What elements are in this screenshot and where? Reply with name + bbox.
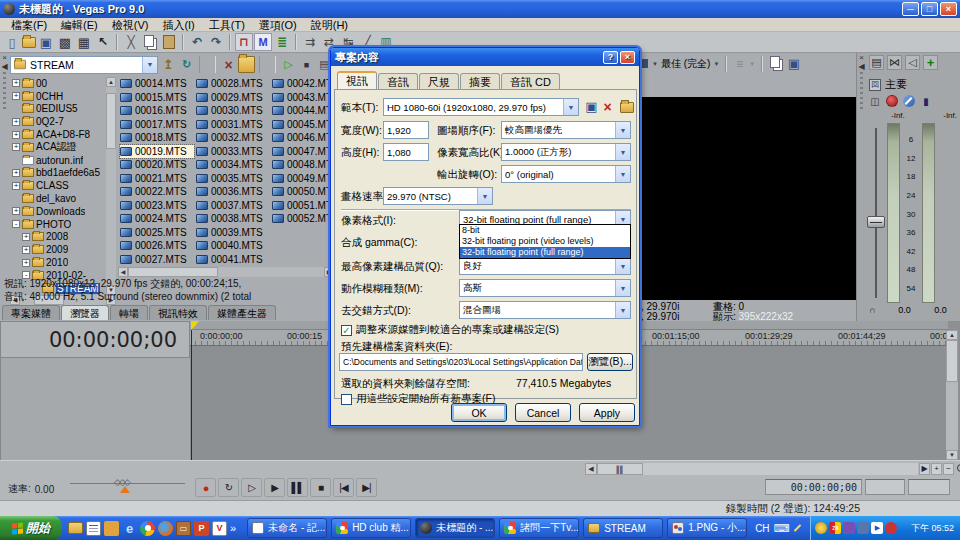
file-item[interactable]: 00051.MTS [272,199,334,213]
tray-gold-icon[interactable] [815,522,827,534]
file-item[interactable]: 00045.MTS [272,118,334,132]
apply-button[interactable]: Apply [579,403,635,422]
scroll-thumb[interactable] [106,93,116,149]
scrub-handle[interactable] [120,486,130,493]
tray-player-icon[interactable] [871,522,883,534]
expand-toggle-icon[interactable]: + [22,233,30,241]
tree-vertical-scrollbar[interactable]: ▲ ▼ [106,77,116,295]
file-item[interactable]: 00047.MTS [272,145,334,159]
folder-quick-icon[interactable] [68,522,83,534]
pixel-aspect-combo[interactable]: 1.0000 (正方形)▼ [501,143,631,161]
loop-button[interactable]: ↻ [218,478,239,497]
close-panel-icon[interactable]: × [859,54,864,62]
menu-item[interactable]: 說明(H) [304,18,355,32]
open-folder-icon[interactable] [618,99,635,116]
tree-item[interactable]: + 00 [10,77,115,90]
ie-quick-icon[interactable] [122,521,137,536]
tree-item[interactable]: + 0CHH [10,90,115,103]
insert-bus-icon[interactable] [869,55,884,70]
add-bus-icon[interactable] [923,55,938,70]
cancel-button[interactable]: Cancel [515,403,571,422]
motion-blur-combo[interactable]: 高斯▼ [459,279,631,297]
dropdown-option[interactable]: 8-bit [460,225,630,236]
taskbar-clock[interactable]: 下午 05:52 [911,522,956,535]
file-item[interactable]: 00022.MTS [120,185,194,199]
selection-start-field[interactable] [865,479,905,495]
notepad-quick-icon[interactable] [86,521,101,536]
file-item[interactable]: 00038.MTS [196,212,270,226]
task-button[interactable]: HD club 精... [331,518,411,538]
expand-toggle-icon[interactable]: + [12,207,20,215]
task-button[interactable]: STREAM [583,518,663,538]
firefox-quick-icon[interactable] [158,521,173,536]
dialog-close-button[interactable]: × [620,51,635,64]
tray-purple-icon[interactable] [843,522,855,534]
drag-grip[interactable] [860,72,863,112]
tree-item[interactable]: + ACA+D8-F8 [10,128,115,141]
record-button[interactable]: ● [195,478,216,497]
pen-icon[interactable] [794,524,802,532]
expand-toggle-icon[interactable]: - [12,220,20,228]
stop-preview-icon[interactable] [298,56,315,73]
file-item[interactable]: 00035.MTS [196,172,270,186]
dock-tab[interactable]: 專案媒體 [2,305,60,320]
expand-toggle-icon[interactable]: + [12,92,20,100]
file-item[interactable]: 00036.MTS [196,185,270,199]
file-item[interactable]: 00042.MTS [272,77,334,91]
chevron-down-icon[interactable]: ▼ [142,57,157,73]
pause-button[interactable]: ▌▌ [287,478,308,497]
dock-tab[interactable]: 媒體產生器 [208,305,276,320]
drag-grip[interactable] [3,72,6,112]
envelope-icon[interactable] [254,33,272,51]
file-item[interactable]: 00024.MTS [120,212,194,226]
scroll-thumb[interactable] [946,340,958,382]
tray-red-icon[interactable] [885,522,897,534]
menu-item[interactable]: 選項(O) [252,18,304,32]
checkbox-unchecked-icon[interactable] [341,394,352,405]
selection-length-field[interactable] [908,479,950,495]
dialog-titlebar[interactable]: 專案內容 ? × [331,48,639,66]
tree-item[interactable]: + 2008 [10,231,115,244]
framerate-combo[interactable]: 29.970 (NTSC)▼ [383,187,493,205]
file-item[interactable]: 00037.MTS [196,199,270,213]
scrub-control[interactable]: ◇◇◇ [70,477,185,491]
separator[interactable] [229,34,231,50]
width-field[interactable]: 1,920 [383,121,429,139]
menu-item[interactable]: 插入(I) [155,18,201,32]
file-item[interactable]: 00027.MTS [120,253,194,267]
scroll-thumb[interactable] [128,267,218,277]
dialog-tab[interactable]: 摘要 [460,73,500,89]
gear-icon[interactable] [886,95,898,107]
separator[interactable] [295,34,297,50]
file-item[interactable]: 00018.MTS [120,131,194,145]
master-fader[interactable] [875,128,877,298]
file-item[interactable]: 00017.MTS [120,118,194,132]
file-item[interactable]: 00025.MTS [120,226,194,240]
file-item[interactable]: 00021.MTS [120,172,194,186]
file-item[interactable]: 00048.MTS [272,158,334,172]
field-order-combo[interactable]: 較高圖場優先▼ [501,121,631,139]
expand-toggle-icon[interactable]: + [12,79,20,87]
tree-item[interactable]: + Downloads [10,205,115,218]
expand-toggle-icon[interactable]: + [12,131,20,139]
io-icon[interactable] [869,95,881,107]
quick-launch-overflow[interactable]: » [230,522,236,534]
address-combo[interactable]: STREAM ▼ [10,56,158,74]
task-button[interactable]: 未命名 - 記... [247,518,327,538]
rotation-combo[interactable]: 0° (original)▼ [501,165,631,183]
tray-zonealarm-icon[interactable] [829,522,841,534]
file-item[interactable]: 00043.MTS [272,91,334,105]
tree-item[interactable]: del_kavo [10,192,115,205]
zoom-tool-icon[interactable] [955,463,960,475]
dim-icon[interactable] [905,55,920,70]
ok-button[interactable]: OK [451,403,507,422]
start-button[interactable]: 開始 [0,516,62,540]
scroll-up-icon[interactable]: ▲ [946,330,958,340]
tray-cam-icon[interactable] [857,522,869,534]
tree-item[interactable]: autorun.inf [10,154,115,167]
up-folder-icon[interactable] [160,56,177,73]
window-titlebar[interactable]: 未標題的 - Vegas Pro 9.0 ─ □ × [0,0,960,18]
minimize-button[interactable]: ─ [902,2,919,16]
expand-toggle-icon[interactable]: + [12,182,20,190]
close-panel-icon[interactable]: × [2,54,7,62]
